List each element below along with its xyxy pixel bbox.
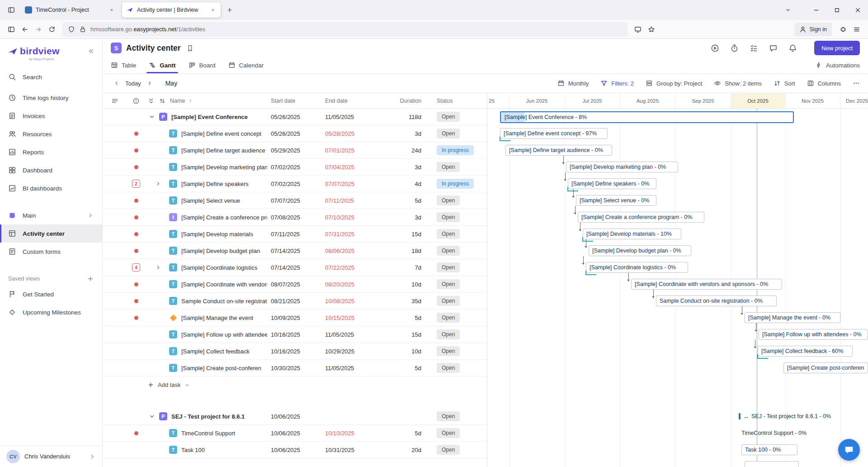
item-name[interactable]: [Sample] Select venue <box>181 197 240 204</box>
gantt-bar[interactable]: [Sample] Create post-conferen <box>783 362 868 373</box>
sidebar-toggle-icon[interactable] <box>5 23 18 36</box>
comments-icon[interactable] <box>769 44 778 52</box>
item-name[interactable]: [Sample] Coordinate logistics <box>181 264 257 271</box>
sidebar-item-invoices[interactable]: Invoices <box>0 107 102 125</box>
task-row[interactable]: T[Sample] Coordinate with vendors and sp… <box>103 276 487 293</box>
gantt-bar[interactable]: [Sample] Create a conference program - 0… <box>578 212 704 223</box>
task-row[interactable]: 2T[Sample] Define speakers07/02/202507/0… <box>103 176 487 192</box>
item-name[interactable]: [Sample] Collect feedback <box>181 348 250 355</box>
prev-period-icon[interactable] <box>111 77 123 89</box>
task-row[interactable]: I[Sample] Create a conference program07/… <box>103 209 487 226</box>
tab-gantt[interactable]: Gantt <box>149 57 175 73</box>
timer-icon[interactable] <box>730 44 739 52</box>
task-row[interactable]: TTask 10010/06/202510/31/202520dOpen <box>103 442 487 458</box>
add-saved-view-icon[interactable] <box>87 275 94 282</box>
reload-icon[interactable] <box>45 23 59 36</box>
sidebar-collapse-icon[interactable] <box>86 46 96 56</box>
intro-video-icon[interactable] <box>711 44 719 52</box>
url-bar[interactable]: hmssoftware.go.easyprojects.net/1/activi… <box>62 22 627 37</box>
task-row[interactable]: TSample Conduct on-site registration08/2… <box>103 293 487 310</box>
gantt-bar[interactable]: [Sample] Define speakers - 0% <box>568 178 656 189</box>
shield-icon[interactable] <box>68 26 75 33</box>
gantt-bar[interactable]: [Sample] Define target audience - 0% <box>505 145 612 156</box>
window-maximize-button[interactable] <box>826 0 847 20</box>
gantt-bar[interactable]: Task 100 - 0% <box>741 444 797 455</box>
gantt-bar[interactable]: [Sample] Develop marketing plan - 0% <box>566 162 678 172</box>
window-minimize-button[interactable] <box>806 0 826 20</box>
project-row[interactable]: PSEJ - Test project for 8.6.110/06/2025O… <box>103 408 487 425</box>
task-row[interactable]: T[Sample] Define target audience05/29/20… <box>103 142 487 159</box>
collapse-chevron-icon[interactable] <box>148 113 157 120</box>
task-row[interactable]: T[Sample] Create post-conferen10/30/2025… <box>103 360 487 376</box>
item-name[interactable]: [Sample] Coordinate with vendors and spo… <box>181 281 267 288</box>
task-row[interactable]: T[Sample] Develop budget plan07/14/20250… <box>103 243 487 259</box>
add-task-row[interactable]: Add task <box>103 376 487 393</box>
sidebar-item-reports[interactable]: Reports <box>0 143 102 161</box>
expand-chevron-icon[interactable] <box>147 264 169 271</box>
tab-list-chevron-icon[interactable] <box>781 3 795 17</box>
sidebar-item-main[interactable]: Main <box>0 206 102 224</box>
task-row[interactable]: 4T[Sample] Coordinate logistics07/14/202… <box>103 259 487 276</box>
item-name[interactable]: [Sample] Develop marketing plan <box>181 164 267 171</box>
back-icon[interactable] <box>18 23 32 36</box>
sidebar-item-search[interactable]: Search <box>0 68 102 86</box>
task-row[interactable]: T[Sample] Develop materials07/11/202507/… <box>103 226 487 243</box>
gantt-bar[interactable]: [Sample] Develop budget plan - 0% <box>589 245 691 256</box>
status-column-header[interactable]: Status <box>430 98 487 104</box>
sidebar-item-bi-dashboards[interactable]: BI dashboards <box>0 179 102 197</box>
automations-button[interactable]: Automations <box>815 57 860 73</box>
alerts-header-icon[interactable] <box>132 97 140 105</box>
item-name[interactable]: Sample Conduct on-site registration <box>181 298 267 305</box>
gantt-bar[interactable]: [Sample] Select venue - 0% <box>576 195 656 206</box>
sort-button[interactable]: Sort <box>774 80 795 87</box>
item-name[interactable]: [Sample] Develop budget plan <box>181 248 260 254</box>
sidebar-item-custom-forms[interactable]: Custom forms <box>0 243 102 261</box>
item-name[interactable]: [Sample] Create post-conferen <box>181 365 261 372</box>
sort-ascending-icon[interactable]: ↑ <box>189 98 192 104</box>
browser-tab-birdview[interactable]: Activity center | Birdview <box>122 2 221 18</box>
next-period-icon[interactable] <box>144 77 156 89</box>
item-name[interactable]: [Sample] Create a conference program <box>181 214 267 221</box>
gantt-bar[interactable]: Sample Conduct on-site registration - 0% <box>656 295 777 306</box>
item-name[interactable]: [Sample] Manage the event <box>181 315 253 321</box>
sidebar-item-get-started[interactable]: Get Started <box>0 285 102 303</box>
filters-button[interactable]: Filters: 2 <box>600 80 634 87</box>
tab-close-icon[interactable] <box>209 6 217 14</box>
item-name[interactable]: [Sample] Define speakers <box>181 181 249 187</box>
new-project-button[interactable]: New project <box>814 41 860 55</box>
open-in-app-icon[interactable] <box>631 23 645 36</box>
gantt-bar[interactable]: TimeControl Support - 0% <box>741 428 818 438</box>
collapse-all-icon[interactable] <box>147 97 155 105</box>
item-name[interactable]: TimeControl Support <box>181 430 235 437</box>
task-row[interactable]: T[Sample] Select venue07/07/202507/11/20… <box>103 192 487 209</box>
tab-calendar[interactable]: Calendar <box>228 57 264 73</box>
sidebar-item-dashboard[interactable]: Dashboard <box>0 161 102 179</box>
task-row[interactable]: T[Sample] Define event concept05/26/2025… <box>103 125 487 142</box>
my-tasks-icon[interactable] <box>750 44 758 52</box>
gantt-collapsed-project-bar[interactable]: ↔SEJ - Test project for 8.6.1 - 0% <box>739 411 843 422</box>
item-name[interactable]: SEJ - Test project for 8.6.1 <box>171 413 245 420</box>
sidebar-item-upcoming-milestones[interactable]: Upcoming Milestones <box>0 303 102 321</box>
gantt-bar[interactable]: [Sample] Develop materials - 10% <box>583 229 681 239</box>
notifications-icon[interactable] <box>788 44 797 52</box>
bookmark-icon[interactable] <box>186 44 194 52</box>
user-row[interactable]: CV Chris Vandersluis <box>0 445 102 467</box>
item-name[interactable]: [Sample] Follow up with attendees <box>181 331 267 338</box>
gantt-bar[interactable]: [Sample] Collect feedback - 60% <box>758 346 853 357</box>
alert-count-badge[interactable]: 4 <box>132 263 140 272</box>
alert-count-badge[interactable]: 2 <box>132 180 140 188</box>
sign-in-button[interactable]: Sign in <box>794 23 832 36</box>
zoom-monthly-button[interactable]: Monthly <box>557 80 589 87</box>
tab-table[interactable]: Table <box>111 57 136 73</box>
browser-tab-timecontrol[interactable]: TimeControl - Project <box>21 2 119 18</box>
duration-column-header[interactable]: Duration <box>375 98 430 104</box>
tab-close-icon[interactable] <box>108 6 115 14</box>
end-date-column-header[interactable]: End date <box>321 98 375 104</box>
reorder-icon[interactable] <box>159 97 166 105</box>
project-row[interactable]: P[Sample] Event Conference05/26/202511/0… <box>103 109 487 125</box>
gantt-bar[interactable]: [Sample] Follow up with attendees - 0% <box>759 329 868 340</box>
gantt-bar[interactable]: [Sample] Coordinate logistics - 0% <box>586 262 688 273</box>
new-tab-icon[interactable] <box>223 4 236 16</box>
tab-board[interactable]: Board <box>189 57 216 73</box>
name-column-header[interactable]: Name <box>170 98 185 104</box>
